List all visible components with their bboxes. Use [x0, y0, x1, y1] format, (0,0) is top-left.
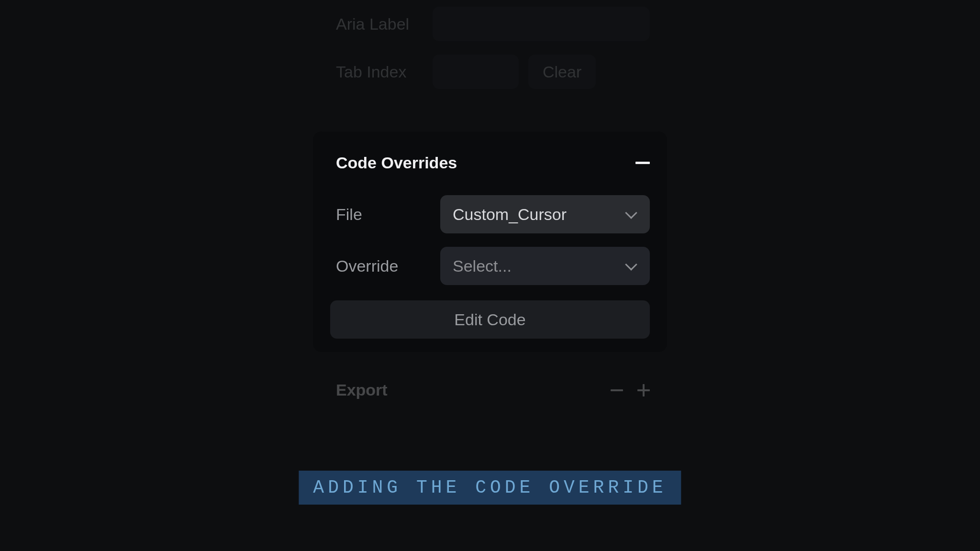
code-overrides-header: Code Overrides — [330, 132, 650, 190]
export-section: Export — [313, 381, 667, 399]
code-overrides-section: Code Overrides File Custom_Cursor Overri… — [313, 132, 667, 352]
override-label: Override — [330, 257, 431, 276]
chevron-down-icon — [625, 207, 637, 219]
edit-code-label: Edit Code — [454, 310, 525, 329]
override-dropdown-value: Select... — [453, 257, 512, 276]
override-dropdown[interactable]: Select... — [440, 247, 650, 285]
override-row: Override Select... — [330, 242, 650, 290]
accessibility-section: Aria Label Tab Index Clear — [313, 0, 667, 96]
edit-code-button[interactable]: Edit Code — [330, 300, 650, 339]
clear-button-label: Clear — [543, 63, 581, 81]
tab-index-input[interactable] — [433, 55, 519, 89]
file-row: File Custom_Cursor — [330, 190, 650, 238]
code-overrides-title: Code Overrides — [336, 154, 457, 172]
file-dropdown-value: Custom_Cursor — [453, 205, 567, 224]
export-title: Export — [330, 381, 388, 399]
export-controls — [611, 384, 650, 397]
aria-label-row: Aria Label — [313, 0, 667, 48]
aria-label-input[interactable] — [433, 7, 650, 41]
file-dropdown[interactable]: Custom_Cursor — [440, 195, 650, 233]
aria-label-label: Aria Label — [313, 15, 423, 33]
minus-icon[interactable] — [635, 162, 650, 164]
plus-icon[interactable] — [637, 384, 650, 397]
caption-text: ADDING THE CODE OVERRIDE — [313, 477, 667, 498]
minus-icon[interactable] — [611, 389, 623, 391]
tab-index-row: Tab Index Clear — [313, 48, 667, 96]
tab-index-label: Tab Index — [313, 63, 423, 81]
clear-button[interactable]: Clear — [528, 55, 596, 89]
chevron-down-icon — [625, 258, 637, 270]
file-label: File — [330, 205, 431, 224]
caption-banner: ADDING THE CODE OVERRIDE — [299, 471, 681, 505]
properties-panel: Aria Label Tab Index Clear Code Override… — [313, 0, 667, 399]
